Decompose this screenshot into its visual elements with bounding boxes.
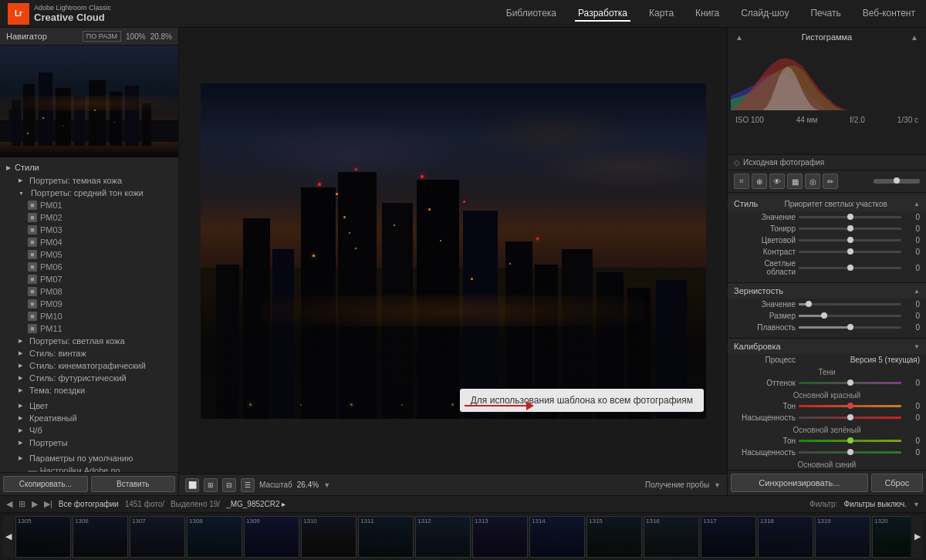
style-section-dark-skin[interactable]: ▶ Портреты: темная кожа <box>0 174 178 187</box>
film-thumb-1319[interactable]: 1319 <box>815 516 870 558</box>
film-thumb-1311[interactable]: 1311 <box>358 516 414 558</box>
style-vintage[interactable]: ▶ Стиль: винтаж <box>0 347 178 359</box>
view-icon-3[interactable]: ⊟ <box>222 478 236 492</box>
proof-label: Получение пробы <box>645 481 709 489</box>
status-all-photos[interactable]: Все фотографии <box>59 500 119 508</box>
tone-slider[interactable] <box>874 179 920 184</box>
redeye-tool[interactable]: 👁 <box>769 174 785 189</box>
slider-color-track[interactable] <box>799 239 901 241</box>
film-thumb-1320[interactable]: 1320 <box>872 516 911 558</box>
filter-off[interactable]: Фильтры выключ. <box>843 500 907 508</box>
scale-value[interactable]: 26.4% <box>297 481 319 489</box>
style-pm06[interactable]: ■PM06 <box>0 261 178 273</box>
slider-contrast-track[interactable] <box>799 251 901 253</box>
film-thumb-1309[interactable]: 1309 <box>244 516 299 558</box>
sync-button[interactable]: Синхронизировать... <box>731 474 868 492</box>
process-value[interactable]: Версия 5 (текущая) <box>799 356 920 364</box>
paste-button[interactable]: Вставить <box>91 476 176 492</box>
graduated-tool[interactable]: ▦ <box>787 174 803 189</box>
style-pm03[interactable]: ■PM03 <box>0 224 178 236</box>
nav-item-разработка[interactable]: Разработка <box>575 6 630 22</box>
film-thumb-1318[interactable]: 1318 <box>758 516 813 558</box>
style-pm05[interactable]: ■PM05 <box>0 248 178 261</box>
nav-item-книга[interactable]: Книга <box>692 6 722 22</box>
style-pm09[interactable]: ■PM09 <box>0 298 178 310</box>
grain-smooth-track[interactable] <box>799 326 901 329</box>
style-defaults-section[interactable]: ▶ Параметры по умолчанию <box>0 452 178 464</box>
zoom-custom[interactable]: 20.8% <box>150 32 172 41</box>
style-color[interactable]: ▶ Цвет <box>0 400 178 412</box>
film-thumb-1312[interactable]: 1312 <box>415 516 471 558</box>
style-section-mid-skin[interactable]: ▼ Портреты: средний тон кожи <box>0 187 178 199</box>
crop-tool[interactable]: ⌗ <box>734 174 749 189</box>
filter-arrow[interactable]: ▼ <box>913 501 920 508</box>
red-sat-track[interactable] <box>799 417 901 419</box>
slider-tint-track[interactable] <box>799 228 901 230</box>
style-pm11[interactable]: ■PM11 <box>0 322 178 335</box>
green-sat-track[interactable] <box>799 451 901 454</box>
film-thumb-1315[interactable]: 1315 <box>586 516 642 558</box>
status-nav-left[interactable]: ◀ <box>6 499 12 509</box>
brand-name: Creative Cloud <box>34 12 111 23</box>
style-adobe-default[interactable]: ■ Настройки Adobe по умолчанию <box>0 464 178 472</box>
proof-arrow[interactable]: ▼ <box>714 481 721 489</box>
film-thumb-1310[interactable]: 1310 <box>301 516 357 558</box>
style-pm01[interactable]: ■PM01 <box>0 199 178 211</box>
style-creative[interactable]: ▶ Креативный <box>0 412 178 424</box>
nav-item-печать[interactable]: Печать <box>807 6 843 22</box>
red-hue-track[interactable] <box>799 405 901 407</box>
shadow-tint-track[interactable] <box>799 382 901 384</box>
copy-button[interactable]: Скопировать... <box>3 476 88 492</box>
green-hue-track[interactable] <box>799 440 901 442</box>
styles-header[interactable]: ▶ Стили <box>0 160 178 174</box>
scale-arrow[interactable]: ▼ <box>323 481 330 489</box>
filmstrip-nav-right[interactable]: ▶ <box>912 516 923 558</box>
style-section-header[interactable]: Стиль Приоритет светлых участков ▲ <box>728 196 926 211</box>
style-pm08[interactable]: ■PM08 <box>0 285 178 298</box>
calibration-header[interactable]: Калибровка ▼ <box>728 339 926 354</box>
style-bw[interactable]: ▶ Ч/б <box>0 424 178 437</box>
style-pm02[interactable]: ■PM02 <box>0 211 178 224</box>
aperture-info: f/2.0 <box>850 116 864 124</box>
film-thumb-1316[interactable]: 1316 <box>644 516 699 558</box>
style-cinematic[interactable]: ▶ Стиль: кинематографический <box>0 359 178 372</box>
view-icon-2[interactable]: ⊞ <box>204 478 218 492</box>
grain-size-track[interactable] <box>799 315 901 317</box>
slider-highlights-track[interactable] <box>799 267 901 269</box>
film-thumb-1317[interactable]: 1317 <box>701 516 756 558</box>
nav-item-веб-контент[interactable]: Веб-контент <box>860 6 918 22</box>
heal-tool[interactable]: ⊕ <box>752 174 767 189</box>
style-section-light-skin[interactable]: ▶ Портреты: светлая кожа <box>0 335 178 347</box>
style-pm04[interactable]: ■PM04 <box>0 236 178 248</box>
style-pm07[interactable]: ■PM07 <box>0 273 178 285</box>
film-thumb-1306[interactable]: 1306 <box>73 516 128 558</box>
status-nav-right[interactable]: ▶ <box>32 499 38 509</box>
grain-value-track[interactable] <box>799 303 901 305</box>
status-filename[interactable]: _MG_9852CR2 ▸ <box>226 500 286 508</box>
film-thumb-1308[interactable]: 1308 <box>187 516 242 558</box>
brush-tool[interactable]: ✏ <box>823 174 838 189</box>
green-hue-row: Тон 0 <box>728 435 926 447</box>
style-travel[interactable]: ▶ Тема: поездки <box>0 384 178 396</box>
film-thumb-1307[interactable]: 1307 <box>130 516 185 558</box>
view-icon-1[interactable]: ⬜ <box>185 478 199 492</box>
film-thumb-1314[interactable]: 1314 <box>529 516 585 558</box>
zoom-fit-label[interactable]: ПО РАЗМ <box>83 31 121 42</box>
style-portraits[interactable]: ▶ Портреты <box>0 437 178 449</box>
style-pm10[interactable]: ■PM10 <box>0 310 178 322</box>
nav-item-карта[interactable]: Карта <box>646 6 677 22</box>
slider-value-track[interactable] <box>799 216 901 218</box>
nav-item-слайд-шоу[interactable]: Слайд-шоу <box>738 6 792 22</box>
filmstrip-nav-left[interactable]: ◀ <box>3 516 14 558</box>
zoom-100[interactable]: 100% <box>126 32 146 41</box>
status-nav-end[interactable]: ▶| <box>44 499 52 509</box>
grain-section-header[interactable]: Зернистость ▲ <box>728 283 926 299</box>
film-thumb-1305[interactable]: 1305 <box>15 516 71 558</box>
reset-button[interactable]: Сброс <box>871 474 923 492</box>
style-futuristic[interactable]: ▶ Стиль: футуристический <box>0 372 178 384</box>
radial-tool[interactable]: ◎ <box>805 174 820 189</box>
view-icon-4[interactable]: ☰ <box>241 478 255 492</box>
status-grid[interactable]: ⊞ <box>19 499 25 509</box>
nav-item-библиотека[interactable]: Библиотека <box>503 6 559 22</box>
film-thumb-1313[interactable]: 1313 <box>472 516 528 558</box>
